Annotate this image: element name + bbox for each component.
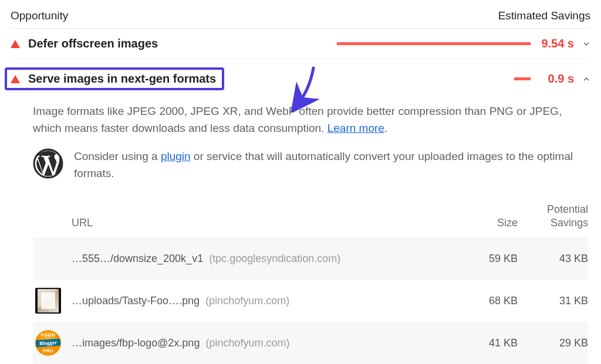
opportunity-title: Serve images in next-gen formats xyxy=(28,72,216,86)
description-post: . xyxy=(384,122,387,134)
table-row: …555…/downsize_200k_v1 (tpc.googlesyndic… xyxy=(33,237,588,280)
savings-value: 9.54 s xyxy=(539,37,574,50)
table-header-savings: PotentialSavings xyxy=(518,203,588,229)
image-savings: 31 KB xyxy=(518,295,588,307)
image-url-cell: …images/fbp-logo@2x.png (pinchofyum.com) xyxy=(63,337,453,349)
annotation-highlight-box: Serve images in next-gen formats xyxy=(5,67,224,90)
table-header-url: URL xyxy=(63,217,453,229)
chevron-up-icon[interactable] xyxy=(582,75,590,83)
image-savings: 43 KB xyxy=(518,253,588,265)
opportunity-row-next-gen[interactable]: Serve images in next-gen formats 0.9 s xyxy=(11,59,590,98)
image-url-cell: …uploads/Tasty-Foo….png (pinchofyum.com) xyxy=(63,295,453,307)
table-header-size: Size xyxy=(453,217,518,229)
warning-triangle-icon xyxy=(11,40,20,48)
tip-pre: Consider using a xyxy=(74,150,161,162)
table-row: Blogger …images/fbp-logo@2x.png (pinchof… xyxy=(33,322,588,364)
wordpress-icon xyxy=(33,148,63,179)
learn-more-link[interactable]: Learn more xyxy=(327,122,384,134)
stack-tip: Consider using a plugin or service that … xyxy=(33,148,588,182)
table-row: …uploads/Tasty-Foo….png (pinchofyum.com)… xyxy=(33,280,588,322)
image-path[interactable]: …uploads/Tasty-Foo….png xyxy=(72,295,200,307)
image-size: 68 KB xyxy=(453,295,518,307)
chevron-down-icon[interactable] xyxy=(582,40,590,48)
image-savings: 29 KB xyxy=(518,337,588,349)
thumbnail-image[interactable]: Blogger xyxy=(35,330,61,356)
thumbnail-image[interactable] xyxy=(35,288,61,314)
header-opportunity-label: Opportunity xyxy=(11,9,68,22)
table-header: URL Size PotentialSavings xyxy=(33,197,588,237)
plugin-link[interactable]: plugin xyxy=(161,150,191,162)
image-size: 41 KB xyxy=(453,337,518,349)
savings-bar xyxy=(337,77,531,80)
savings-value: 0.9 s xyxy=(539,72,574,86)
image-host: (tpc.googlesyndication.com) xyxy=(209,253,340,264)
image-size: 59 KB xyxy=(453,253,518,265)
audit-header: Opportunity Estimated Savings xyxy=(11,7,590,29)
image-host: (pinchofyum.com) xyxy=(205,337,289,349)
description-text: Image formats like JPEG 2000, JPEG XR, a… xyxy=(33,103,588,137)
image-url-cell: …555…/downsize_200k_v1 (tpc.googlesyndic… xyxy=(63,253,453,265)
header-savings-label: Estimated Savings xyxy=(498,9,590,22)
savings-bar xyxy=(337,42,531,45)
image-host: (pinchofyum.com) xyxy=(205,295,289,307)
thumbnail-blank xyxy=(35,246,61,271)
opportunity-title: Defer offscreen images xyxy=(28,37,158,50)
opportunity-row-defer-offscreen[interactable]: Defer offscreen images 9.54 s xyxy=(11,29,590,59)
description-body: Image formats like JPEG 2000, JPEG XR, a… xyxy=(33,105,562,134)
opportunity-details: Image formats like JPEG 2000, JPEG XR, a… xyxy=(11,98,590,364)
tip-text: Consider using a plugin or service that … xyxy=(74,148,588,182)
warning-triangle-icon xyxy=(11,75,20,83)
image-path[interactable]: …555…/downsize_200k_v1 xyxy=(72,253,203,264)
image-path[interactable]: …images/fbp-logo@2x.png xyxy=(72,337,200,349)
